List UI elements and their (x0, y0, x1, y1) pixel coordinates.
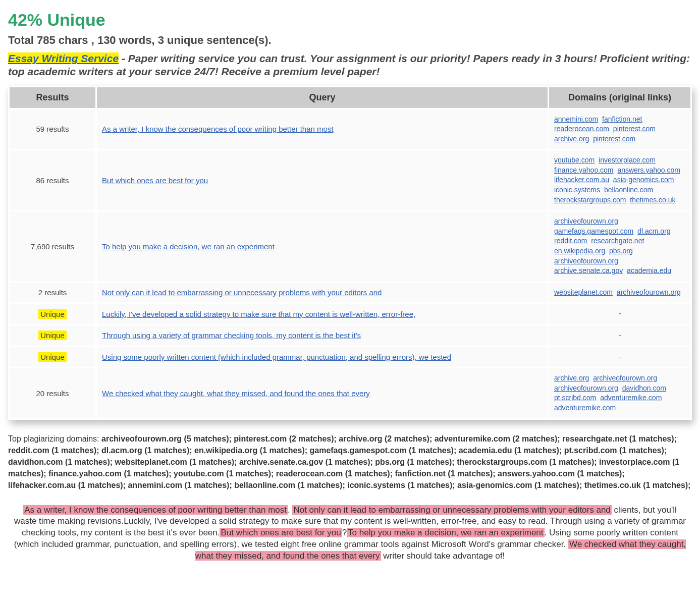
domains-cell: youtube.com investorplace.com finance.ya… (549, 150, 690, 210)
essay-service-link[interactable]: Essay Writing Service (8, 52, 119, 64)
col-results: Results (10, 87, 95, 108)
query-link[interactable]: To help you make a decision, we ran an e… (102, 242, 275, 251)
promo-line: Essay Writing Service - Paper writing se… (8, 52, 692, 79)
table-row: UniqueUsing some poorly written content … (10, 347, 690, 367)
domain-link[interactable]: pbs.org (609, 247, 633, 255)
results-cell: Unique (10, 347, 95, 367)
domain-link[interactable]: therockstargroups.com (554, 196, 626, 204)
original-fragment: writer should take advantage of! (381, 551, 505, 561)
unique-percent-title: 42% Unique (8, 10, 692, 30)
query-link[interactable]: Using some poorly written content (which… (102, 353, 451, 361)
domains-cell: archiveofourown.org gamefaqs.gamespot.co… (549, 211, 690, 281)
original-fragment: ? (342, 528, 347, 537)
query-cell: We checked what they caught, what they m… (97, 368, 548, 418)
query-link[interactable]: But which ones are best for you (102, 176, 208, 185)
domain-link[interactable]: pt.scribd.com (554, 394, 596, 402)
query-link[interactable]: Through using a variety of grammar check… (102, 331, 361, 340)
query-cell: Using some poorly written content (which… (97, 347, 548, 367)
table-row: UniqueThrough using a variety of grammar… (10, 325, 690, 346)
domain-link[interactable]: archiveofourown.org (554, 217, 618, 225)
domain-link[interactable]: archiveofourown.org (593, 374, 657, 382)
col-query: Query (97, 87, 548, 108)
query-cell: But which ones are best for you (97, 150, 548, 210)
domain-link[interactable]: researchgate.net (591, 237, 644, 245)
domains-cell: - (549, 304, 690, 324)
domain-link[interactable]: archive.org (554, 135, 589, 143)
table-row: 59 resultsAs a writer, I know the conseq… (10, 109, 690, 149)
col-domains: Domains (original links) (549, 87, 690, 108)
domain-link[interactable]: youtube.com (554, 156, 595, 164)
query-cell: Luckily, I've developed a solid strategy… (97, 304, 548, 324)
plagiarized-fragment: Not only can it lead to embarrassing or … (292, 505, 611, 515)
domain-link[interactable]: pinterest.com (613, 125, 656, 133)
domain-link[interactable]: asia-genomics.com (613, 176, 674, 184)
query-cell: Through using a variety of grammar check… (97, 325, 548, 346)
query-link[interactable]: We checked what they caught, what they m… (102, 389, 370, 398)
domain-link[interactable]: investorplace.com (599, 156, 656, 164)
no-domains-dash: - (554, 309, 685, 319)
domain-link[interactable]: davidhon.com (622, 384, 666, 392)
results-cell: 59 results (10, 109, 95, 149)
domain-link[interactable]: iconic.systems (554, 186, 600, 194)
domains-cell: - (549, 325, 690, 346)
plagiarized-fragment: But which ones are best for you (220, 528, 342, 537)
domain-link[interactable]: readerocean.com (554, 125, 609, 133)
domain-link[interactable]: annemini.com (554, 115, 598, 123)
domain-link[interactable]: archive.senate.ca.gov (554, 266, 623, 274)
results-cell: 86 results (10, 150, 95, 210)
results-table: Results Query Domains (original links) 5… (8, 86, 692, 420)
domain-link[interactable]: fanfiction.net (602, 115, 642, 123)
domain-link[interactable]: archiveofourown.org (554, 257, 618, 265)
no-domains-dash: - (554, 352, 685, 362)
domain-link[interactable]: archiveofourown.org (554, 384, 618, 392)
results-cell: 2 results (10, 283, 95, 303)
table-row: 2 resultsNot only can it lead to embarra… (10, 283, 690, 303)
results-cell: 7,690 results (10, 211, 95, 281)
domain-link[interactable]: academia.edu (627, 266, 671, 274)
plagiarized-fragment: To help you make a decision, we ran an e… (347, 528, 544, 537)
domain-link[interactable]: lifehacker.com.au (554, 176, 609, 184)
domain-link[interactable]: dl.acm.org (637, 227, 670, 235)
domain-link[interactable]: archive.org (554, 374, 589, 382)
query-cell: Not only can it lead to embarrassing or … (97, 283, 548, 303)
table-row: 86 resultsBut which ones are best for yo… (10, 150, 690, 210)
domains-cell: archive.org archiveofourown.org archiveo… (549, 368, 690, 418)
no-domains-dash: - (554, 331, 685, 341)
domain-link[interactable]: adventuremike.com (554, 404, 616, 412)
domain-link[interactable]: bellaonline.com (604, 186, 653, 194)
results-cell: Unique (10, 325, 95, 346)
results-cell: Unique (10, 304, 95, 324)
domain-link[interactable]: thetimes.co.uk (630, 196, 675, 204)
stats-line: Total 785 chars , 130 words, 3 unique se… (8, 34, 692, 47)
query-link[interactable]: Luckily, I've developed a solid strategy… (102, 310, 415, 318)
domain-link[interactable]: reddit.com (554, 237, 587, 245)
query-cell: As a writer, I know the consequences of … (97, 109, 548, 149)
results-cell: 20 results (10, 368, 95, 418)
domain-link[interactable]: adventuremike.com (600, 394, 662, 402)
table-row: 20 resultsWe checked what they caught, w… (10, 368, 690, 418)
domain-link[interactable]: pinterest.com (593, 135, 635, 143)
unique-badge: Unique (38, 352, 67, 362)
query-cell: To help you make a decision, we ran an e… (97, 211, 548, 281)
table-row: 7,690 resultsTo help you make a decision… (10, 211, 690, 281)
query-link[interactable]: Not only can it lead to embarrassing or … (102, 288, 382, 297)
domains-cell: annemini.com fanfiction.net readerocean.… (549, 109, 690, 149)
unique-badge: Unique (38, 331, 67, 340)
essay-text: As a writer, I know the consequences of … (11, 505, 689, 563)
domains-cell: websiteplanet.com archiveofourown.org (549, 283, 690, 303)
domain-link[interactable]: en.wikipedia.org (554, 247, 605, 255)
domain-link[interactable]: answers.yahoo.com (617, 166, 680, 174)
plagiarized-fragment: As a writer, I know the consequences of … (23, 505, 288, 515)
table-row: UniqueLuckily, I've developed a solid st… (10, 304, 690, 324)
top-domains: Top plagiarizing domains: archiveofourow… (8, 433, 692, 491)
unique-badge: Unique (38, 309, 67, 319)
domain-link[interactable]: archiveofourown.org (617, 288, 681, 296)
top-domains-label: Top plagiarizing domains: (8, 434, 101, 443)
domain-link[interactable]: finance.yahoo.com (554, 166, 614, 174)
domain-link[interactable]: gamefaqs.gamespot.com (554, 227, 633, 235)
top-domains-list: archiveofourown.org (5 matches); pintere… (8, 434, 690, 490)
domains-cell: - (549, 347, 690, 367)
domain-link[interactable]: websiteplanet.com (554, 288, 613, 296)
query-link[interactable]: As a writer, I know the consequences of … (102, 125, 334, 133)
